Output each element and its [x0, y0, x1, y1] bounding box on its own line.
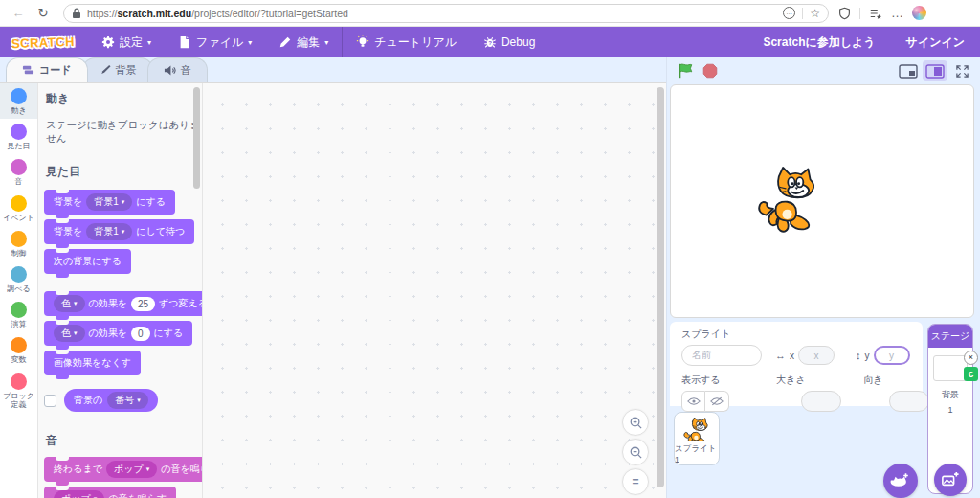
script-canvas[interactable]: = — [203, 83, 666, 498]
size-label: 大きさ — [776, 374, 863, 387]
small-stage-button[interactable] — [896, 60, 921, 81]
collections-icon[interactable] — [869, 7, 882, 20]
category-variables[interactable]: 変数 — [0, 332, 37, 368]
effect-value-input[interactable]: 25 — [131, 297, 155, 311]
extension-overlay-close-icon[interactable]: × — [964, 351, 978, 365]
block-text: の音を鳴らす — [108, 492, 167, 498]
zoom-reset-button[interactable]: = — [622, 468, 649, 495]
block-set-backdrop-wait[interactable]: 背景を 背景1▾ にして待つ — [44, 219, 194, 244]
block-text: 画像効果をなくす — [54, 356, 131, 370]
add-sprite-button[interactable] — [883, 464, 918, 498]
chevron-down-icon: ▾ — [324, 38, 328, 47]
pencil-icon — [278, 35, 292, 49]
tutorials-label: チュートリアル — [374, 34, 457, 51]
sensing-color-dot — [11, 266, 27, 283]
size-input[interactable] — [801, 391, 841, 412]
block-play-sound[interactable]: ポップ▾ の音を鳴らす — [44, 487, 176, 498]
copilot-icon[interactable] — [912, 6, 926, 20]
zoom-in-button[interactable] — [622, 409, 649, 436]
gear-icon — [101, 35, 115, 49]
fullscreen-button[interactable] — [949, 60, 974, 81]
reader-icon[interactable]: … — [783, 7, 795, 19]
file-label: ファイル — [196, 34, 243, 51]
category-sensing[interactable]: 調べる — [0, 261, 37, 297]
sprite-name-input[interactable] — [681, 345, 762, 366]
block-change-effect[interactable]: 色▾ の効果を 25 ずつ変える — [44, 291, 203, 316]
looks-section-header: 見た目 — [46, 164, 202, 180]
browser-refresh-icon[interactable]: ↻ — [31, 6, 56, 20]
browser-back-icon[interactable]: ← — [6, 6, 31, 20]
sound-dropdown[interactable]: ポップ▾ — [54, 490, 104, 498]
settings-menu[interactable]: 設定 ▾ — [88, 27, 165, 57]
effect-value-input[interactable]: 0 — [131, 327, 150, 341]
x-position-input[interactable] — [798, 346, 835, 365]
stage[interactable] — [670, 84, 974, 318]
block-text: の効果を — [89, 297, 127, 310]
stage-selector-title: ステージ — [928, 325, 972, 348]
zoom-out-button[interactable] — [622, 439, 649, 465]
tab-sounds[interactable]: 音 — [147, 57, 208, 82]
category-label: 動き — [1, 106, 37, 115]
category-label: イベント — [1, 214, 37, 222]
favorite-star-icon[interactable]: ☆ — [810, 7, 820, 20]
browser-menu-icon[interactable]: … — [891, 6, 903, 20]
block-set-effect[interactable]: 色▾ の効果を 0 にする — [44, 321, 192, 346]
scratch-logo[interactable]: SCRATCH — [11, 34, 76, 50]
add-backdrop-button[interactable] — [934, 464, 967, 496]
sound-dropdown[interactable]: ポップ▾ — [106, 461, 157, 478]
block-text: にする — [136, 195, 166, 209]
block-set-backdrop[interactable]: 背景を 背景1▾ にする — [44, 190, 175, 215]
backdrop-dropdown[interactable]: 背景1▾ — [86, 223, 132, 240]
block-clear-effects[interactable]: 画像効果をなくす — [44, 351, 141, 375]
y-position-input[interactable] — [874, 346, 910, 365]
category-motion[interactable]: 動き — [0, 83, 37, 119]
category-looks[interactable]: 見た目 — [0, 119, 37, 154]
editor-tabs: コード 背景 音 — [0, 57, 666, 82]
edit-label: 編集 — [297, 34, 320, 51]
browser-essentials-icon[interactable] — [838, 7, 851, 20]
x-label: x — [790, 351, 794, 361]
category-operators[interactable]: 演算 — [0, 297, 37, 332]
x-axis-icon: ↔ — [775, 350, 786, 361]
debug-menu[interactable]: ? Debug — [470, 27, 548, 57]
address-bar[interactable]: https://scratch.mit.edu/projects/editor/… — [63, 4, 829, 23]
brush-icon — [99, 64, 111, 77]
block-backdrop-number[interactable]: 背景の 番号▾ — [64, 389, 158, 412]
category-sound[interactable]: 音 — [0, 154, 37, 190]
backdrop-dropdown[interactable]: 背景1▾ — [86, 193, 132, 211]
category-control[interactable]: 制御 — [0, 226, 37, 261]
scratch-editor-window: ← ↻ https://scratch.mit.edu/projects/edi… — [0, 0, 980, 498]
number-name-dropdown[interactable]: 番号▾ — [107, 392, 148, 409]
category-events[interactable]: イベント — [0, 191, 37, 226]
effect-dropdown[interactable]: 色▾ — [54, 325, 85, 342]
tab-backdrops[interactable]: 背景 — [82, 57, 153, 82]
sound-section-header: 音 — [46, 433, 202, 449]
large-stage-button[interactable] — [923, 60, 947, 81]
file-menu[interactable]: ファイル ▾ — [165, 27, 265, 57]
bug-icon: ? — [483, 35, 497, 49]
green-flag-button[interactable] — [676, 61, 695, 80]
hide-sprite-button[interactable] — [705, 391, 729, 412]
coupon-extension-icon[interactable]: c — [964, 367, 978, 381]
signin-link[interactable]: サインイン — [891, 34, 980, 51]
block-play-sound-until-done[interactable]: 終わるまで ポップ▾ の音を鳴らす — [44, 457, 203, 482]
operators-color-dot — [11, 302, 27, 318]
direction-input[interactable] — [889, 391, 929, 412]
show-sprite-button[interactable] — [681, 391, 705, 412]
control-color-dot — [11, 231, 27, 247]
category-label: 見た目 — [1, 142, 37, 150]
variables-color-dot — [11, 337, 27, 353]
tutorials-menu[interactable]: チュートリアル — [343, 27, 470, 57]
category-myblocks[interactable]: ブロック定義 — [0, 369, 37, 413]
tab-code[interactable]: コード — [6, 57, 88, 82]
cat-sprite[interactable] — [755, 162, 822, 240]
block-next-backdrop[interactable]: 次の背景にする — [44, 249, 131, 274]
effect-dropdown[interactable]: 色▾ — [54, 295, 85, 312]
join-scratch-link[interactable]: Scratchに参加しよう — [747, 34, 890, 51]
palette-scrollbar[interactable] — [193, 87, 200, 189]
sprite1-thumbnail[interactable]: スプライト1 — [674, 412, 720, 465]
stop-button[interactable] — [701, 61, 720, 80]
reporter-checkbox[interactable] — [44, 395, 56, 407]
canvas-scrollbar[interactable] — [657, 87, 664, 487]
edit-menu[interactable]: 編集 ▾ — [265, 27, 342, 57]
